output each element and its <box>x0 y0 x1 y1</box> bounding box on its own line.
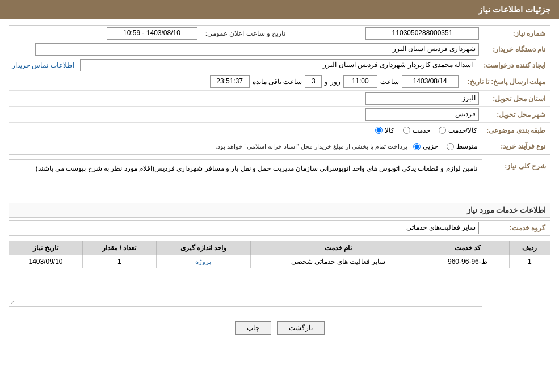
category-option-1[interactable]: کالا <box>375 127 394 134</box>
buyer-org-row: نام دستگاه خریدار: شهرداری فردیس استان ا… <box>9 41 550 57</box>
process-option-1[interactable]: جزیی <box>413 142 438 150</box>
creator-label: ایجاد کننده درخواست: <box>479 59 550 71</box>
days-label: روز و <box>325 78 340 86</box>
col-quantity: تعداد / مقدار <box>82 241 156 255</box>
buttons-row: بازگشت چاپ <box>9 315 550 340</box>
process-label-2: متوسط <box>456 142 477 150</box>
buyer-org-label: نام دستگاه خریدار: <box>482 43 550 56</box>
services-table-section: ردیف کد خدمت نام خدمت واحد اندازه گیری ت… <box>9 241 550 268</box>
col-code: کد خدمت <box>426 241 509 255</box>
description-section: شرح کلی نیاز: تامین لوازم و قطعات یدکی ا… <box>9 159 550 198</box>
creator-contact-link[interactable]: اطلاعات تماس خریدار <box>12 61 74 69</box>
process-row: نوع فرآیند خرید: متوسط جزیی پرداخت تمام … <box>9 138 550 154</box>
time-label: ساعت <box>380 78 399 86</box>
process-note: پرداخت تمام یا بخشی از مبلغ خریدار محل "… <box>215 143 407 150</box>
process-label-1: جزیی <box>423 142 438 150</box>
need-number-label: شماره نیاز: <box>482 27 550 40</box>
province-value: البرز <box>365 92 479 105</box>
cell-5: 1403/09/10 <box>9 255 83 268</box>
need-number-row: شماره نیاز: 1103050288000351 تاریخ و ساع… <box>9 26 550 41</box>
buyer-org-value: شهرداری فردیس استان البرز <box>35 43 479 56</box>
col-unit: واحد اندازه گیری <box>156 241 250 255</box>
description-label: شرح کلی نیاز: <box>482 159 550 172</box>
buyer-notes-label <box>482 273 550 278</box>
description-value: تامین لوازم و قطعات یدکی اتوبوس های واحد… <box>9 159 482 193</box>
cell-1: ط-96-96-960 <box>426 255 509 268</box>
service-group-row: گروه خدمت: سایر فعالیت‌های خدماتی <box>9 220 550 236</box>
back-button[interactable]: بازگشت <box>277 321 325 335</box>
category-label: طبقه بندی موضوعی: <box>482 124 550 137</box>
date-value: 1403/08/14 <box>402 75 459 88</box>
date-row: مهلت ارسال پاسخ: تا تاریخ: 1403/08/14 سا… <box>9 73 550 91</box>
col-name: نام خدمت <box>251 241 426 255</box>
category-option-3[interactable]: کالا/خدمت <box>439 127 477 134</box>
creator-value: اسداله محمدی کاربرداز شهرداری فردیس استا… <box>80 59 477 71</box>
province-label: استان محل تحویل: <box>482 92 550 105</box>
col-date: تاریخ نیاز <box>9 241 83 255</box>
creator-row: ایجاد کننده درخواست: اسداله محمدی کاربرد… <box>9 57 550 73</box>
city-label: شهر محل تحویل: <box>482 108 550 121</box>
print-button[interactable]: چاپ <box>235 321 271 335</box>
time-value: 11:00 <box>343 75 377 88</box>
announce-label: تاریخ و ساعت اعلان عمومی: <box>200 27 291 40</box>
service-group-label: گروه خدمت: <box>482 222 550 234</box>
services-table: ردیف کد خدمت نام خدمت واحد اندازه گیری ت… <box>9 241 550 268</box>
province-row: استان محل تحویل: البرز <box>9 91 550 107</box>
services-title: اطلاعات خدمات مورد نیاز <box>9 203 550 218</box>
page-title: جزئیات اطلاعات نیاز <box>478 5 550 14</box>
category-radio-group: کالا/خدمت خدمت کالا <box>371 124 482 137</box>
city-row: شهر محل تحویل: فردیس <box>9 107 550 123</box>
remaining-value: 23:51:37 <box>210 75 250 88</box>
process-option-2[interactable]: متوسط <box>447 142 477 150</box>
process-label: نوع فرآیند خرید: <box>482 140 550 153</box>
service-group-value: سایر فعالیت‌های خدماتی <box>309 222 479 234</box>
notes-resize-icon: ↗ <box>10 299 15 305</box>
cell-4: 1 <box>82 255 156 268</box>
process-radio-group: متوسط جزیی <box>413 142 477 150</box>
cell-3: پروژه <box>156 255 250 268</box>
category-label-1: کالا <box>385 127 394 134</box>
days-value: 3 <box>305 75 322 88</box>
cell-0: 1 <box>509 255 550 268</box>
category-option-2[interactable]: خدمت <box>403 127 430 134</box>
page-header: جزئیات اطلاعات نیاز <box>0 0 559 19</box>
cell-2: سایر فعالیت های خدماتی شخصی <box>251 255 426 268</box>
city-value: فردیس <box>365 108 479 121</box>
buyer-notes-value: ↗ <box>9 273 482 307</box>
main-info-section: شماره نیاز: 1103050288000351 تاریخ و ساع… <box>9 25 550 155</box>
col-index: ردیف <box>509 241 550 255</box>
date-label: مهلت ارسال پاسخ: تا تاریخ: <box>463 75 550 88</box>
table-header-row: ردیف کد خدمت نام خدمت واحد اندازه گیری ت… <box>9 241 550 255</box>
category-row: طبقه بندی موضوعی: کالا/خدمت خدمت کالا <box>9 123 550 138</box>
table-row: 1ط-96-96-960سایر فعالیت های خدماتی شخصیپ… <box>9 255 550 268</box>
category-label-2: خدمت <box>413 127 430 134</box>
buyer-notes-section: ↗ <box>9 273 550 310</box>
category-label-3: کالا/خدمت <box>448 127 477 134</box>
announce-value: 1403/08/10 - 10:59 <box>107 27 197 40</box>
need-number-value: 1103050288000351 <box>365 27 479 40</box>
remaining-label: ساعت باقی مانده <box>253 78 302 86</box>
